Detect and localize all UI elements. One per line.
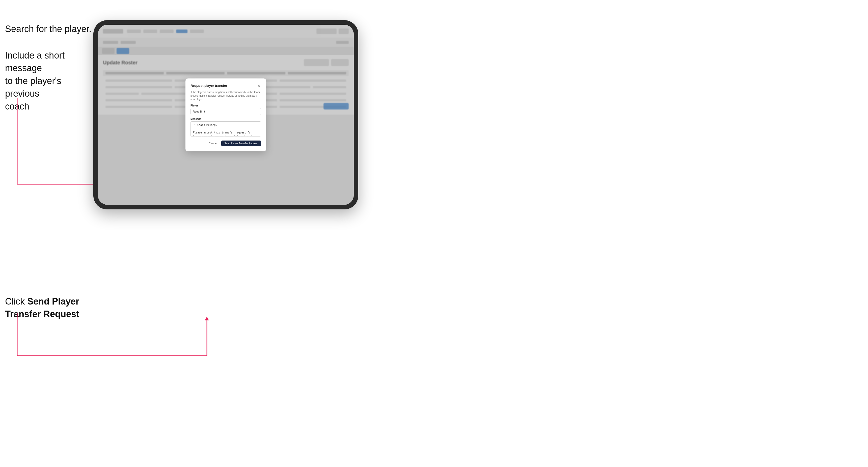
annotation-click-prefix: Click	[5, 296, 27, 307]
annotation-message-text: Include a short messageto the player's p…	[5, 50, 65, 112]
modal-overlay: Request player transfer × If the player …	[98, 25, 354, 205]
player-input[interactable]	[190, 108, 261, 115]
modal-close-button[interactable]: ×	[257, 84, 261, 88]
message-label: Message	[190, 118, 261, 120]
svg-marker-6	[205, 317, 209, 320]
tablet-screen: Update Roster	[98, 25, 354, 205]
modal-title: Request player transfer	[190, 84, 227, 88]
tablet-outer: Update Roster	[93, 20, 358, 209]
modal-description: If the player is transferring from anoth…	[190, 91, 261, 101]
annotation-click: Click Send PlayerTransfer Request	[5, 295, 79, 321]
player-label: Player	[190, 104, 261, 107]
send-transfer-request-button[interactable]: Send Player Transfer Request	[221, 141, 261, 146]
modal-footer: Cancel Send Player Transfer Request	[190, 141, 261, 146]
tablet-device: Update Roster	[93, 20, 358, 209]
modal-header: Request player transfer ×	[190, 84, 261, 88]
annotation-message: Include a short messageto the player's p…	[5, 49, 91, 113]
request-transfer-modal: Request player transfer × If the player …	[185, 79, 266, 151]
cancel-button[interactable]: Cancel	[207, 141, 219, 146]
message-textarea[interactable]: Hi Coach McHarg, Please accept this tran…	[190, 121, 261, 136]
annotation-search: Search for the player.	[5, 23, 91, 35]
